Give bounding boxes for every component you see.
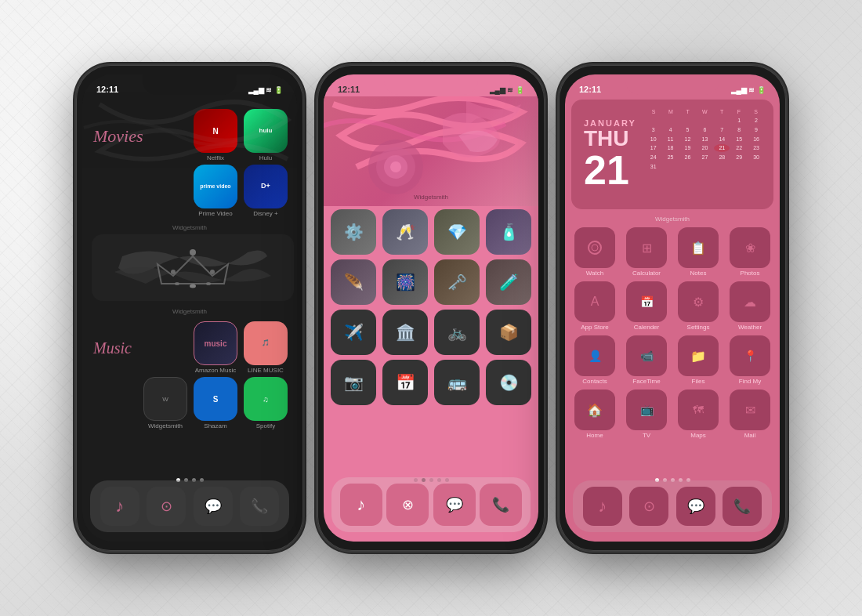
notes-app[interactable]: 📋 Notes	[675, 227, 722, 277]
status-time-1: 12:11	[96, 85, 118, 94]
mail-app[interactable]: ✉ Mail	[726, 390, 773, 439]
status-time-2: 12:11	[338, 85, 360, 94]
photos-app[interactable]: ❀ Photos	[726, 227, 773, 277]
p2-app-10[interactable]: 🏛️	[382, 310, 429, 355]
messages-dock-2[interactable]: 💬	[433, 484, 476, 526]
watch-app[interactable]: Watch	[571, 227, 618, 277]
mail-icon: ✉	[730, 390, 770, 430]
line-music-app[interactable]: 🎵 LINE MUSIC	[244, 321, 288, 374]
phone-1: 12:11 ▂▄▆ ≋ 🔋 Movies N	[76, 65, 303, 551]
svg-point-11	[592, 245, 598, 251]
maps-app[interactable]: 🗺 Maps	[675, 390, 722, 439]
calendar-widget: JANUARY THU 21 S M T W T F S	[571, 100, 773, 209]
widgetsmith-1-label: Widgetsmith	[89, 219, 291, 233]
widgetsmith-3-label: Widgetsmith	[143, 422, 187, 429]
calendar-days: 1 2 3 4 5 6 7 8 9 10 11 12 13	[646, 117, 764, 171]
svg-point-2	[210, 270, 215, 274]
phone-3-screen: 12:11 ▂▄▆ ≋ 🔋 JANUARY THU 21 S M T W T	[565, 74, 780, 542]
files-icon: 📁	[678, 335, 719, 376]
shazam-icon: S	[194, 377, 237, 421]
weather-icon: ☁	[730, 281, 770, 322]
p2-app-12[interactable]: 📦	[485, 310, 532, 355]
spotify-icon: ♫	[244, 377, 288, 421]
music-dock-icon[interactable]: ♪	[100, 487, 139, 526]
amazon-music-app[interactable]: music Amazon Music	[194, 321, 237, 374]
messages-dock-icon[interactable]: 💬	[194, 487, 233, 526]
p2-app-11[interactable]: 🚲	[433, 310, 480, 355]
amazon-music-icon: music	[194, 321, 237, 365]
phone1-content: Movies N Netflix hulu Hulu	[82, 96, 297, 479]
phone-dock-3[interactable]: 📞	[723, 487, 762, 526]
settings-app[interactable]: ⚙ Settings	[675, 281, 722, 331]
tv-app[interactable]: 📺 TV	[623, 390, 670, 439]
calculator-app[interactable]: ⊞ Calculator	[623, 227, 670, 277]
music-section: Music music Amazon Music 🎵 LINE MUSIC	[89, 321, 291, 374]
p2-app-1[interactable]: ⚙️	[330, 209, 377, 255]
calculator-icon: ⊞	[626, 227, 667, 268]
phone-dock-2[interactable]: 📞	[480, 484, 522, 526]
widgetsmith-p3: Widgetsmith	[565, 214, 780, 224]
tv-icon: 📺	[626, 390, 667, 430]
weather-app[interactable]: ☁ Weather	[726, 281, 773, 331]
widgetsmith-p2: Widgetsmith	[324, 188, 538, 202]
calendar-grid-header: S M T W T F S	[646, 109, 764, 114]
compass-dock-3[interactable]: ⊙	[629, 487, 668, 526]
p2-app-2[interactable]: 🥂	[382, 209, 429, 255]
findmy-icon: 📍	[730, 335, 770, 376]
p2-app-5[interactable]: 🪶	[330, 259, 377, 305]
shazam-label: Shazam	[194, 422, 237, 429]
shazam-app[interactable]: S Shazam	[194, 377, 237, 429]
status-icons-3: ▂▄▆ ≋ 🔋	[731, 86, 766, 94]
p2-app-3[interactable]: 💎	[433, 209, 480, 255]
phone3-content: JANUARY THU 21 S M T W T F S	[565, 96, 780, 479]
messages-dock-3[interactable]: 💬	[676, 487, 715, 526]
amazon-music-label: Amazon Music	[194, 367, 237, 374]
p2-app-8[interactable]: 🧪	[485, 259, 532, 305]
svg-point-4	[190, 284, 196, 288]
p2-app-4[interactable]: 🧴	[485, 209, 532, 255]
p2-app-16[interactable]: 💿	[485, 360, 532, 405]
music-dock-3[interactable]: ♪	[583, 487, 622, 526]
phone-dock-icon[interactable]: 📞	[240, 487, 279, 526]
contacts-app[interactable]: 👤 Contacts	[571, 335, 618, 385]
music-apps-row2: W Widgetsmith S Shazam ♫ Spotify	[89, 377, 291, 429]
app-store-app[interactable]: A App Store	[571, 281, 618, 331]
p2-app-14[interactable]: 📅	[382, 360, 429, 405]
widgetsmith-icon: W	[143, 377, 187, 421]
today-cell: 21	[714, 144, 730, 152]
findmy-label: Find My	[739, 378, 761, 385]
music-dock-2[interactable]: ♪	[340, 484, 382, 526]
weather-label: Weather	[738, 324, 762, 331]
phone2-banner: Widgetsmith	[324, 96, 538, 206]
p2-app-6[interactable]: 🎆	[382, 259, 429, 305]
contacts-icon: 👤	[574, 335, 615, 376]
facetime-app[interactable]: 📹 FaceTime	[623, 335, 670, 385]
line-music-icon: 🎵	[244, 321, 288, 365]
widgetsmith-app[interactable]: W Widgetsmith	[143, 377, 187, 429]
photos-label: Photos	[741, 270, 760, 277]
calendar-day-big: JANUARY THU 21	[578, 106, 643, 203]
svg-point-9	[390, 161, 401, 172]
home-app[interactable]: 🏠 Home	[571, 390, 618, 439]
status-icons-1: ▂▄▆ ≋ 🔋	[248, 86, 283, 94]
p2-app-9[interactable]: ✈️	[330, 310, 377, 355]
app-store-label: App Store	[581, 324, 609, 331]
calendar-app[interactable]: 📅 Calender	[623, 281, 670, 331]
svg-point-10	[589, 241, 601, 254]
p2-app-7[interactable]: 🗝️	[433, 259, 480, 305]
files-app[interactable]: 📁 Files	[675, 335, 722, 385]
spotify-app[interactable]: ♫ Spotify	[244, 377, 288, 429]
p2-app-13[interactable]: 📷	[330, 360, 377, 405]
compass-dock-2[interactable]: ⊗	[386, 484, 429, 526]
ribbon-bg	[82, 96, 297, 175]
notes-label: Notes	[690, 270, 707, 277]
compass-dock-icon[interactable]: ⊙	[147, 487, 186, 526]
photos-icon: ❀	[730, 227, 770, 268]
phone-2-screen: 12:11 ▂▄▆ ≋ 🔋 Widgetsmith	[324, 74, 538, 542]
home-label: Home	[586, 432, 603, 439]
notch	[143, 74, 237, 95]
p2-app-15[interactable]: 🚌	[433, 360, 480, 405]
findmy-app[interactable]: 📍 Find My	[726, 335, 773, 385]
svg-point-1	[171, 270, 176, 274]
notch-3	[625, 74, 719, 95]
